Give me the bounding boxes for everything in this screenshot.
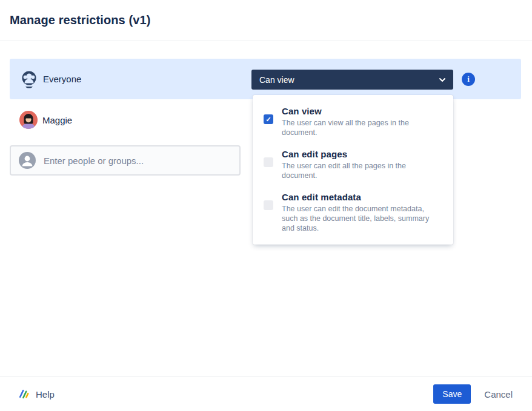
page-title: Manage restrictions (v1) [10, 13, 521, 27]
permission-dropdown-menu: ✓ Can view The user can view all the pag… [253, 95, 453, 245]
help-label: Help [36, 389, 55, 399]
cancel-button[interactable]: Cancel [484, 389, 513, 399]
person-placeholder-icon [19, 152, 36, 169]
info-glyph: i [467, 74, 470, 84]
permission-select-button[interactable]: Can view [251, 70, 453, 90]
restriction-row-label: Maggie [42, 115, 72, 125]
checkbox-checked-icon[interactable]: ✓ [264, 114, 273, 124]
people-search-input[interactable] [44, 156, 239, 166]
menu-item-can-edit-metadata[interactable]: Can edit metadata The user can edit the … [253, 186, 453, 238]
restriction-row-everyone: Everyone Can view i [10, 59, 521, 99]
chevron-down-icon [439, 77, 446, 82]
dialog-header: Manage restrictions (v1) [0, 0, 532, 41]
help-logo-icon [18, 389, 30, 399]
menu-item-title: Can edit pages [282, 148, 441, 160]
menu-item-description: The user can edit all the pages in the d… [282, 161, 441, 180]
menu-item-description: The user can view all the pages in the d… [282, 118, 441, 137]
menu-item-can-view[interactable]: ✓ Can view The user can view all the pag… [253, 100, 453, 143]
avatar-maggie [19, 111, 38, 129]
menu-item-title: Can view [282, 105, 441, 117]
checkbox-unchecked-icon[interactable] [264, 157, 273, 167]
dialog-footer: Help Save Cancel [0, 376, 532, 411]
restriction-row-label: Everyone [43, 74, 81, 84]
menu-item-description: The user can edit the document metadata,… [282, 204, 441, 233]
menu-item-title: Can edit metadata [282, 191, 441, 203]
checkbox-unchecked-icon[interactable] [264, 200, 273, 210]
permission-selected-value: Can view [259, 75, 294, 85]
save-button[interactable]: Save [433, 384, 471, 404]
menu-item-can-edit-pages[interactable]: Can edit pages The user can edit all the… [253, 143, 453, 186]
people-picker-field[interactable] [10, 145, 241, 176]
manage-restrictions-dialog: Manage restrictions (v1) Everyone Can vi… [0, 0, 532, 411]
checkmark-glyph: ✓ [265, 114, 271, 124]
group-everyone-icon [20, 70, 38, 89]
info-icon[interactable]: i [462, 73, 475, 86]
help-link[interactable]: Help [18, 389, 55, 399]
